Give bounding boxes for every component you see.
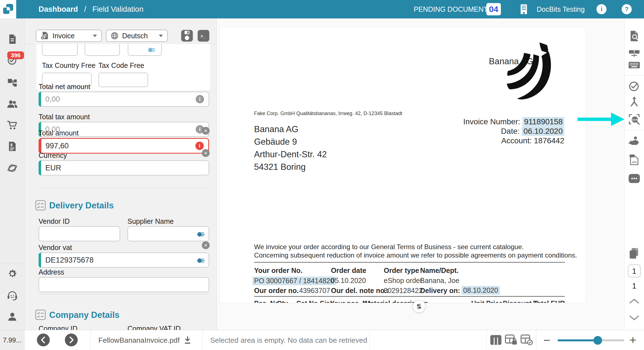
docbits-logo-icon <box>3 4 14 15</box>
doc-order-header: Name/Dept. <box>420 266 459 275</box>
language-value: Deutsch <box>122 32 155 40</box>
keyboard-icon[interactable] <box>628 59 640 71</box>
clear-total-amount-icon[interactable]: ✕ <box>202 127 210 135</box>
doc-delivery-on-label: Delivery on: <box>420 287 460 295</box>
selection-status-message: Selected area is empty. No data can be r… <box>210 330 367 350</box>
page-up-icon[interactable] <box>628 298 640 304</box>
hand-over-icon[interactable] <box>628 135 640 147</box>
field-accent <box>39 92 41 107</box>
zoom-in-button[interactable]: + <box>629 330 636 350</box>
vendor-vat-input[interactable] <box>45 253 181 267</box>
copy-pages-icon[interactable] <box>628 247 640 259</box>
table-lock-icon[interactable] <box>505 334 517 346</box>
organization-name[interactable]: DocBits Testing <box>537 5 585 13</box>
help-icon[interactable]: ? <box>622 4 632 14</box>
settings-gear-icon[interactable] <box>7 268 18 279</box>
plug-connector-icon[interactable] <box>148 46 156 54</box>
column-layout-icon[interactable] <box>490 334 502 346</box>
tax-field-stub-1[interactable] <box>42 44 78 56</box>
integrations-orbit-icon[interactable] <box>7 163 18 173</box>
document-viewer: Banana AG Fake Corp. GmbH Qualitätsbanan… <box>217 18 624 330</box>
ocr-icon[interactable]: OCR <box>628 114 640 125</box>
zoom-out-button[interactable]: − <box>543 330 550 350</box>
doc-order-header: Your order No. <box>254 266 302 275</box>
table-check-icon[interactable] <box>520 334 533 346</box>
zoom-slider-fill <box>558 339 597 341</box>
tax-code-free-input[interactable] <box>105 73 143 87</box>
chevron-down-icon <box>158 34 163 37</box>
doc-del-note-value: 8029128422 <box>384 287 423 295</box>
approve-check-icon[interactable] <box>628 80 640 92</box>
app-logo[interactable] <box>0 0 16 18</box>
clear-vendor-vat-icon[interactable]: ✕ <box>202 241 210 249</box>
clear-currency-icon[interactable]: ✕ <box>202 149 210 157</box>
supplier-name-field <box>127 226 209 241</box>
page-down-icon[interactable] <box>628 315 640 321</box>
bottombar-divider <box>202 330 203 350</box>
document-filename[interactable]: FellowBananaInvoice.pdf <box>98 330 180 350</box>
document-preview-icon[interactable] <box>628 30 640 42</box>
documents-icon[interactable] <box>7 34 18 44</box>
address-input[interactable] <box>45 278 177 292</box>
doc-order-value-po[interactable]: PO 30007667 / 18414820 <box>252 277 336 285</box>
plug-connector-icon[interactable] <box>197 256 205 265</box>
validation-count-badge: 396 <box>7 51 24 59</box>
field-accent-error <box>39 138 41 153</box>
zoom-slider-thumb[interactable] <box>593 336 602 345</box>
doc-terms-line1: We invoice your order according to our G… <box>254 243 524 251</box>
more-options-icon[interactable] <box>628 173 640 184</box>
zoom-slider[interactable] <box>558 339 624 341</box>
dual-monitor-icon[interactable] <box>628 48 640 59</box>
breadcrumb-separator: / <box>84 5 86 14</box>
invoice-document-icon[interactable]: $ <box>7 141 18 152</box>
workflow-icon[interactable] <box>7 77 18 87</box>
doc-delivery-on-value[interactable]: 08.10.2020 <box>461 286 500 295</box>
doc-recipient-block: Banana AG Gebäude 9 Arthur-Dent-Str. 42 … <box>254 123 327 173</box>
doc-invoice-number-value[interactable]: 911890158 <box>522 117 564 126</box>
tax-code-free-label: Tax Code Free <box>98 61 144 70</box>
currency-input[interactable] <box>45 161 177 175</box>
previous-document-button[interactable] <box>37 334 50 346</box>
save-button[interactable] <box>181 30 193 42</box>
dollar-glyph: $ <box>10 143 12 147</box>
document-type-select[interactable]: # Invoice <box>36 30 102 42</box>
user-profile-icon[interactable] <box>7 311 18 322</box>
tax-field-stub-3[interactable] <box>128 44 162 56</box>
chevron-down-icon <box>93 34 97 37</box>
bottom-bar: 7.99... FellowBananaInvoice.pdf Selected… <box>0 330 644 350</box>
export-code-icon[interactable]: </> <box>628 154 640 166</box>
delivery-details-title: Delivery Details <box>49 201 114 211</box>
globe-icon <box>110 32 119 40</box>
plug-connector-icon[interactable] <box>197 230 205 239</box>
error-info-icon[interactable]: i <box>195 142 204 150</box>
doc-date-value[interactable]: 06.10.2020 <box>522 127 564 136</box>
field-validation-panel: # Invoice Deutsch >_ <box>25 18 217 330</box>
section-checklist-icon <box>35 309 46 320</box>
organization-icon <box>519 4 528 15</box>
info-icon[interactable]: i <box>196 95 204 103</box>
language-select[interactable]: Deutsch <box>106 30 168 42</box>
vendor-id-input[interactable] <box>45 227 108 241</box>
total-tax-amount-label: Total tax amount <box>39 113 90 121</box>
total-net-amount-input[interactable] <box>45 92 177 106</box>
field-accent <box>39 160 41 175</box>
address-field <box>39 277 209 292</box>
breadcrumb-dashboard[interactable]: Dashboard <box>39 5 78 14</box>
page-number-input[interactable]: 1 <box>628 265 641 277</box>
resize-panel-handle[interactable] <box>413 300 425 313</box>
sidebar-divider <box>0 264 24 264</box>
info-icon[interactable]: i <box>596 4 607 14</box>
merge-split-icon[interactable] <box>628 96 640 108</box>
supplier-name-input[interactable] <box>134 227 191 241</box>
next-document-button[interactable] <box>65 334 78 346</box>
console-button[interactable]: >_ <box>197 30 210 42</box>
tax-field-stub-2[interactable] <box>85 44 120 56</box>
total-amount-input[interactable] <box>46 139 177 153</box>
address-label: Address <box>39 268 64 276</box>
purchase-orders-cart-icon[interactable] <box>7 120 18 130</box>
invoice-page[interactable]: Banana AG Fake Corp. GmbH Qualitätsbanan… <box>220 27 586 303</box>
users-icon[interactable] <box>7 99 18 109</box>
support-headset-icon[interactable] <box>7 290 18 301</box>
pending-documents-count[interactable]: 04 <box>486 3 501 15</box>
download-icon[interactable] <box>183 336 192 345</box>
